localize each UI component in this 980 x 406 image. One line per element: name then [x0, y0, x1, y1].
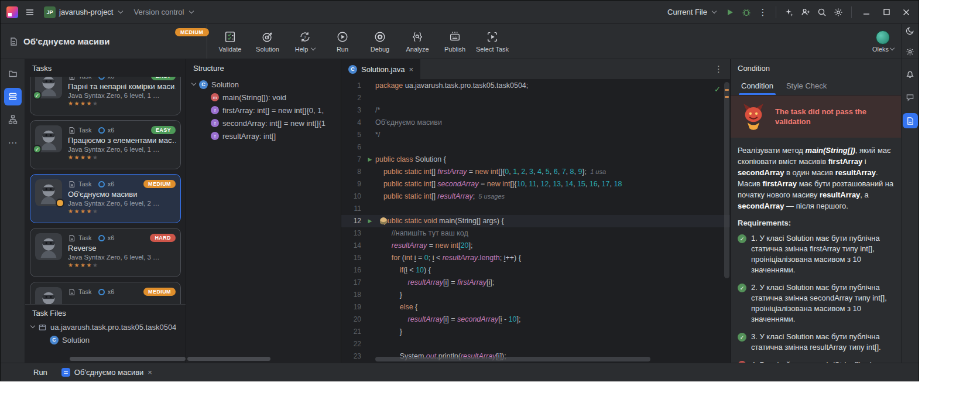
line-number[interactable]: 16	[341, 264, 365, 277]
line-number[interactable]: 15	[341, 252, 365, 264]
close-button[interactable]	[896, 1, 916, 24]
run-tab[interactable]: Об'єднуємо масиви ×	[61, 368, 152, 377]
more-actions-icon[interactable]: ⋮	[755, 4, 771, 21]
line-number[interactable]: 19	[341, 301, 365, 313]
line-number[interactable]: 23	[341, 350, 365, 363]
code-with-me-icon[interactable]	[797, 4, 814, 21]
structure-member[interactable]: ffirstArray: int[] = new int[]{0, 1,	[186, 104, 341, 117]
run-tab-close-icon[interactable]: ×	[148, 368, 152, 377]
tab-condition[interactable]: Condition	[736, 77, 778, 95]
chevron-expanded-icon[interactable]	[30, 323, 35, 328]
structure-member[interactable]: mmain(String[]): void	[186, 91, 341, 104]
maximize-button[interactable]	[876, 1, 896, 24]
hamburger-menu-icon[interactable]	[22, 4, 38, 21]
run-button[interactable]	[722, 4, 738, 21]
line-number[interactable]: 6	[341, 141, 365, 153]
line-number[interactable]: 20	[341, 313, 365, 326]
line-number[interactable]: 2	[341, 92, 365, 104]
task-files-class-row[interactable]: C Solution	[25, 333, 186, 346]
solution-button[interactable]: Solution	[249, 26, 286, 57]
code-token: 3	[529, 168, 533, 176]
line-number[interactable]: 5	[341, 129, 365, 141]
run-task-button[interactable]: Run	[324, 26, 361, 57]
minimize-button[interactable]	[856, 1, 876, 24]
ai-chat-icon[interactable]	[903, 90, 918, 105]
line-number[interactable]: 13	[341, 227, 365, 240]
line-number[interactable]: 9	[341, 178, 365, 190]
settings-gear-icon[interactable]	[830, 4, 847, 21]
debug-task-button[interactable]: Debug	[362, 26, 398, 57]
line-number[interactable]: 4	[341, 117, 365, 129]
select-task-button[interactable]: Select Task	[474, 26, 510, 57]
inspection-ok-icon[interactable]: ✓	[714, 83, 721, 95]
line-number[interactable]: 22	[341, 338, 365, 350]
line-number[interactable]: 10	[341, 190, 365, 203]
warning-stripe-mark[interactable]	[725, 96, 729, 98]
settings-gear-icon[interactable]	[903, 45, 918, 59]
structure-root-row[interactable]: C Solution	[186, 78, 341, 91]
validate-button[interactable]: Validate	[212, 26, 248, 57]
line-number[interactable]: 8	[341, 166, 365, 178]
theme-moon-icon[interactable]	[903, 24, 918, 38]
notifications-bell-icon[interactable]	[903, 66, 918, 81]
more-tool-windows-icon[interactable]: ⋯	[4, 134, 22, 151]
warning-stripe-mark[interactable]	[725, 89, 729, 91]
code-token: 14	[565, 180, 573, 188]
code-token: firstArray	[457, 278, 486, 286]
line-number[interactable]: 17	[341, 277, 365, 289]
project-selector[interactable]: JP javarush-project	[38, 4, 128, 21]
structure-member[interactable]: fsecondArray: int[] = new int[]{1	[186, 117, 341, 129]
code-token	[375, 315, 408, 323]
line-number[interactable]: 7	[341, 153, 365, 166]
horizontal-scrollbar[interactable]	[187, 357, 270, 361]
line-number[interactable]: 21	[341, 326, 365, 338]
condition-panel-icon[interactable]	[903, 113, 918, 128]
star-icon: ★	[86, 208, 92, 214]
editor-options-kebab-icon[interactable]: ⋮	[707, 64, 730, 74]
run-line-icon[interactable]: ▶	[368, 153, 372, 166]
structure-member[interactable]: fresultArray: int[]	[186, 129, 341, 142]
line-number[interactable]: 14	[341, 240, 365, 252]
user-menu[interactable]: Oleks	[872, 24, 894, 59]
horizontal-scrollbar[interactable]	[375, 357, 650, 361]
line-number[interactable]: 12	[341, 215, 365, 227]
task-card[interactable]: ✓Taskx6EASYПарні та непарні комірки маси…	[30, 77, 181, 115]
chevron-down-icon	[118, 8, 122, 13]
run-tool-window-label[interactable]: Run	[33, 368, 47, 377]
line-number[interactable]: 3	[341, 104, 365, 117]
line-number[interactable]: 11	[341, 203, 365, 215]
chevron-expanded-icon[interactable]	[191, 81, 196, 86]
task-avatar	[35, 179, 62, 206]
task-card[interactable]: Taskx6MEDIUMОб'єднуємо масивиJava Syntax…	[30, 174, 181, 223]
field-icon: f	[211, 106, 219, 114]
code-token: 20	[461, 241, 469, 250]
task-card[interactable]: Taskx6HARDReverseJava Syntax Zero, 6 lev…	[30, 228, 181, 277]
code-token: int	[424, 168, 431, 176]
debug-button[interactable]	[738, 4, 755, 21]
project-folder-icon[interactable]	[4, 65, 22, 83]
tab-style-check[interactable]: Style Check	[782, 77, 831, 95]
line-number[interactable]: 18	[341, 289, 365, 301]
task-card[interactable]: ✓Taskx6EASYПрацюємо з елементами мас…Jav…	[30, 120, 181, 169]
editor-tab-solution-java[interactable]: C Solution.java ×	[341, 59, 420, 80]
vertical-scrollbar[interactable]	[724, 82, 729, 278]
code-area[interactable]: 1package ua.javarush.task.pro.task05.tas…	[341, 80, 730, 363]
tasks-panel-header: Tasks	[25, 59, 186, 77]
help-button[interactable]: ? Help	[287, 26, 323, 57]
vcs-menu[interactable]: Version control	[128, 4, 199, 21]
analyze-button[interactable]: Analyze	[399, 26, 436, 57]
course-structure-icon[interactable]	[4, 111, 22, 128]
tasks-panel-icon[interactable]	[4, 88, 22, 105]
run-config-selector[interactable]: Current File	[662, 4, 722, 21]
publish-button[interactable]: Publish	[437, 26, 473, 57]
run-line-icon[interactable]: ▶	[368, 215, 372, 227]
search-everywhere-icon[interactable]	[814, 4, 830, 21]
star-icon: ★	[74, 100, 80, 107]
gutter-marks	[365, 227, 375, 240]
intention-bulb-icon[interactable]	[380, 217, 387, 224]
horizontal-scrollbar[interactable]	[70, 357, 186, 361]
task-files-package-row[interactable]: ua.javarush.task.pro.task05.task0504	[25, 320, 186, 333]
tab-close-icon[interactable]: ×	[409, 65, 413, 74]
ai-assistant-icon[interactable]	[781, 4, 797, 21]
line-number[interactable]: 1	[341, 80, 365, 92]
